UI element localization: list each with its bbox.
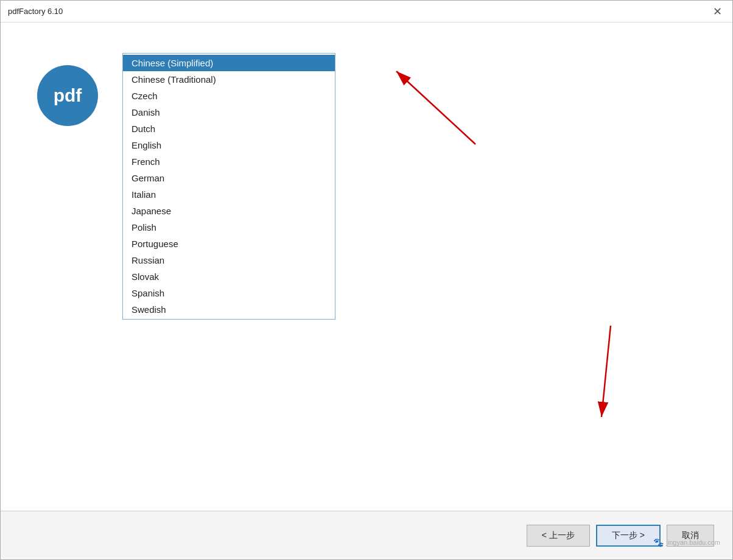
content-area: pdf Chinese (Simplified)Chinese (Traditi…: [1, 23, 732, 511]
annotation-arrow-bottom: [568, 326, 629, 438]
pdf-logo: pdf: [37, 65, 98, 126]
svg-line-3: [601, 326, 611, 417]
language-item-swedish[interactable]: Swedish: [123, 301, 335, 318]
watermark-logo: 🐾 jingyan.baidu.com: [653, 537, 720, 547]
language-item-danish[interactable]: Danish: [123, 104, 335, 121]
language-item-russian[interactable]: Russian: [123, 252, 335, 268]
arrow-svg-top: [378, 59, 488, 156]
language-item-slovak[interactable]: Slovak: [123, 268, 335, 285]
language-item-french[interactable]: French: [123, 153, 335, 170]
language-list[interactable]: Chinese (Simplified)Chinese (Traditional…: [122, 53, 335, 320]
arrow-svg-bottom: [568, 326, 629, 435]
language-item-spanish[interactable]: Spanish: [123, 285, 335, 301]
close-button[interactable]: ✕: [709, 4, 725, 19]
main-window: pdfFactory 6.10 ✕ pdf Chinese (Simplifie…: [0, 0, 733, 560]
title-bar: pdfFactory 6.10 ✕: [1, 1, 732, 23]
watermark-text: jingyan.baidu.com: [666, 539, 720, 546]
language-list-container: Chinese (Simplified)Chinese (Traditional…: [122, 53, 335, 320]
language-item-dutch[interactable]: Dutch: [123, 121, 335, 137]
language-item-chinese-simplified[interactable]: Chinese (Simplified): [123, 55, 335, 71]
language-item-english[interactable]: English: [123, 137, 335, 153]
language-item-japanese[interactable]: Japanese: [123, 203, 335, 219]
footer: < 上一步 下一步 > 取消: [1, 511, 732, 559]
language-item-chinese-traditional[interactable]: Chinese (Traditional): [123, 71, 335, 88]
next-button[interactable]: 下一步 >: [596, 525, 661, 547]
svg-line-1: [396, 71, 475, 144]
language-item-italian[interactable]: Italian: [123, 186, 335, 203]
annotation-arrow-top: [378, 59, 488, 159]
language-item-portuguese[interactable]: Portuguese: [123, 236, 335, 252]
pdf-logo-text: pdf: [54, 85, 82, 106]
watermark: 🐾 jingyan.baidu.com: [653, 537, 720, 547]
back-button[interactable]: < 上一步: [527, 525, 590, 547]
window-title: pdfFactory 6.10: [8, 7, 63, 16]
language-item-polish[interactable]: Polish: [123, 219, 335, 236]
language-item-german[interactable]: German: [123, 170, 335, 186]
baidu-paw-icon: 🐾: [653, 537, 664, 547]
language-item-czech[interactable]: Czech: [123, 88, 335, 104]
